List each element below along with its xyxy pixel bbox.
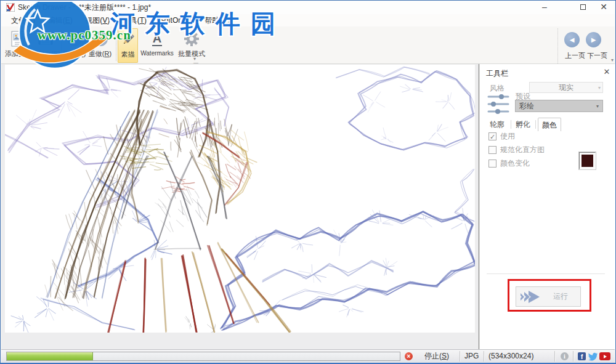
image-dimensions: (534x300x24) [488, 350, 533, 363]
menu-help[interactable]: 帮助(H) [200, 14, 235, 26]
toolbar: 添加文件 另存为(S) ↶ 撤消(U) ↷ [1, 26, 615, 64]
progress-fill [7, 352, 93, 360]
checkbox-use[interactable]: ✓ 使用 [488, 131, 515, 141]
watermark-a-icon: A [139, 28, 176, 49]
pencil-icon [118, 29, 137, 50]
canvas-image [5, 65, 475, 333]
prev-page-icon[interactable]: ◀ [564, 32, 580, 47]
prev-page-label[interactable]: 上一页 [565, 52, 585, 59]
minimize-button[interactable]: – [535, 1, 554, 14]
app-icon [6, 3, 15, 12]
stop-icon[interactable]: × [405, 352, 413, 360]
menu-tools[interactable]: 工具(T) [118, 14, 152, 26]
style-dropdown[interactable]: 现实 ▾ [529, 82, 603, 93]
checkbox-color-variation[interactable]: 颜色变化 [488, 158, 530, 168]
twitter-icon[interactable] [588, 352, 598, 361]
maximize-button[interactable] [573, 1, 592, 14]
facebook-icon[interactable]: f [578, 352, 586, 360]
menu-edit[interactable]: 编辑(E) [43, 14, 78, 26]
checkbox-box[interactable] [488, 146, 496, 154]
color-swatch[interactable] [579, 152, 596, 169]
panel-title: 工具栏 [486, 68, 508, 79]
title-bar: Sketch Drawer - ****未注册版**** - 1.jpg* – … [1, 1, 615, 14]
save-icon [31, 28, 60, 49]
preset-dropdown[interactable]: 彩绘 ▾ [515, 100, 603, 112]
format-label: JPG [464, 350, 479, 363]
checkbox-normalize-histogram[interactable]: 规范化直方图 [488, 145, 545, 155]
status-bar: × 停止(S) JPG (534x300x24) i f [1, 349, 615, 363]
panel-separator [487, 273, 605, 274]
annotation-rectangle [508, 279, 591, 312]
toolbar-separator [61, 30, 62, 61]
tab-outline[interactable]: 轮廓 [486, 118, 508, 131]
gear-icon [176, 28, 207, 49]
color-swatch-fill [582, 155, 593, 167]
redo-button[interactable]: ↷ 重做(R) [87, 28, 113, 63]
sliders-icon [487, 93, 510, 116]
checkbox-box[interactable]: ✓ [488, 132, 496, 140]
checkbox-box[interactable] [488, 160, 496, 168]
watermarks-button[interactable]: A Watermarks [139, 28, 176, 63]
menu-file[interactable]: 文件(F) [6, 14, 40, 26]
menu-bar: 文件(F) 编辑(E) 视图(V) 工具(T) SoftOrbits 帮助(H) [1, 14, 615, 26]
menu-view[interactable]: 视图(V) [80, 14, 115, 26]
app-window: Sketch Drawer - ****未注册版**** - 1.jpg* – … [0, 0, 616, 364]
add-file-button[interactable]: 添加文件 [5, 28, 31, 63]
style-label: 风格 [490, 83, 505, 94]
window-title: Sketch Drawer - ****未注册版**** - 1.jpg* [18, 1, 151, 14]
panel-close-icon[interactable]: ✕ [602, 67, 611, 76]
next-page-icon[interactable]: ▶ [586, 32, 601, 47]
toolbar-separator [116, 30, 116, 61]
stop-button[interactable]: 停止(S) [416, 350, 458, 363]
tab-hatch[interactable]: 孵化 [513, 118, 533, 131]
close-button[interactable]: ✕ [594, 1, 613, 14]
page-nav-group: ◀ ▶ 上一页 下一页 [557, 28, 614, 63]
add-file-icon [5, 28, 31, 49]
menu-softorbits[interactable]: SoftOrbits [155, 14, 197, 26]
toolbar-overflow-icon-right[interactable]: ▾ [611, 59, 614, 62]
youtube-icon[interactable] [599, 352, 610, 360]
progress-bar [6, 352, 400, 361]
undo-icon: ↶ [63, 28, 86, 49]
info-icon[interactable]: i [561, 352, 569, 360]
redo-icon: ↷ [87, 28, 113, 49]
save-as-button[interactable]: 另存为(S) [31, 28, 60, 63]
canvas-area [1, 64, 479, 350]
tab-color[interactable]: 颜色 [538, 118, 561, 131]
tool-panel: 工具栏 ✕ 风格 现实 ▾ 预设 彩绘 ▾ 轮廓 孵化 颜色 [480, 64, 616, 350]
undo-button[interactable]: ↶ 撤消(U) [63, 28, 86, 63]
next-page-label[interactable]: 下一页 [587, 52, 607, 59]
chevron-down-icon: ▾ [596, 103, 599, 109]
chevron-down-icon: ▾ [598, 85, 601, 91]
sketch-button[interactable]: 素描 [118, 28, 138, 63]
batch-mode-button[interactable]: 批量模式 [176, 28, 207, 63]
